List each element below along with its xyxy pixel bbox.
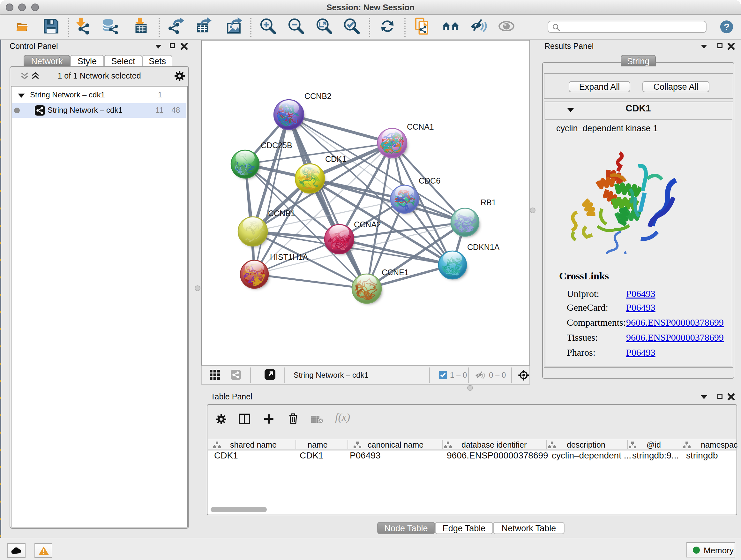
- svg-text:?: ?: [724, 21, 730, 32]
- svg-text:CCNB2: CCNB2: [305, 91, 332, 101]
- svg-text:CDC6: CDC6: [419, 176, 441, 185]
- svg-text:RB1: RB1: [481, 198, 496, 207]
- svg-text:CDK1: CDK1: [325, 154, 347, 164]
- svg-text:HIST1H1A: HIST1H1A: [270, 253, 308, 261]
- svg-text:CCNB1: CCNB1: [268, 209, 295, 218]
- svg-text:CCNA1: CCNA1: [407, 122, 434, 131]
- svg-text:CCNE1: CCNE1: [382, 268, 409, 277]
- svg-text:CDKN1A: CDKN1A: [467, 243, 500, 252]
- svg-text:CDC25B: CDC25B: [261, 141, 292, 150]
- svg-text:CCNA2: CCNA2: [354, 220, 381, 229]
